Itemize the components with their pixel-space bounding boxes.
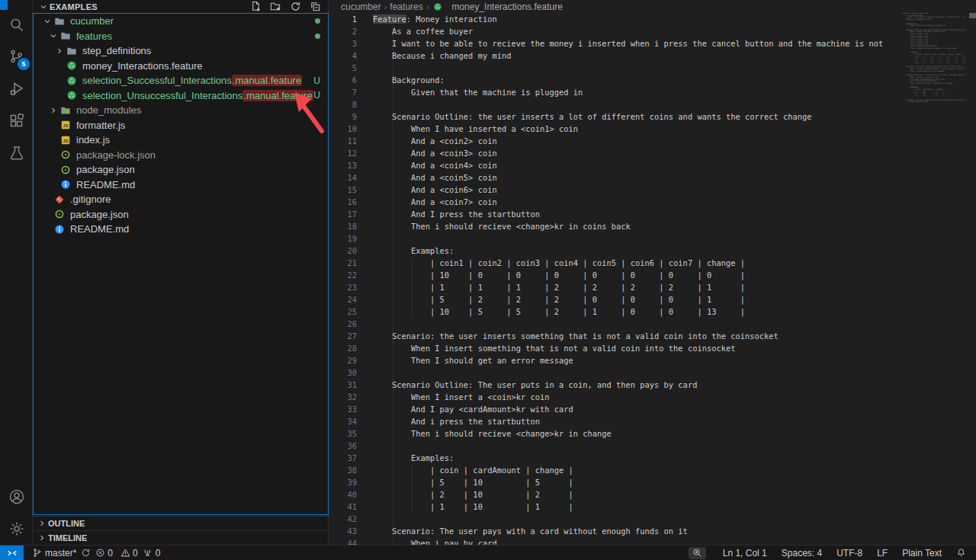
editor-line[interactable]: 13 And a <coin4> coin [329,159,976,171]
accounts-icon[interactable] [0,481,33,513]
tree-item-package-json[interactable]: package.json [34,162,328,178]
chevron-down-icon[interactable] [41,15,53,27]
editor-line[interactable]: 15 And a <coin6> coin [329,184,976,196]
breadcrumb-file[interactable]: money_Interactions.feature [432,1,562,13]
editor-line[interactable]: 1Feature: Money interaction [329,13,976,25]
new-file-icon[interactable] [249,0,262,14]
editor-line[interactable]: 33 And I pay <cardAmount>kr with card [329,403,976,415]
editor-line[interactable]: 19 [329,232,976,245]
eol-status[interactable]: LF [875,546,890,560]
tree-item-step-definitions[interactable]: step_definitions [34,43,328,59]
line-number: 7 [329,86,373,98]
sync-button[interactable] [79,546,93,560]
minimap[interactable]: Feature: Money interaction As a coffee b… [902,13,965,545]
editor-line[interactable]: 31 Scenario Outline: The user puts in a … [329,379,976,391]
search-icon[interactable] [0,9,33,41]
editor-line[interactable]: 3 I want to be able to recieve the money… [329,37,976,50]
editor-line[interactable]: 8 [329,98,976,110]
editor-line[interactable]: 17 And I press the startbutton [329,208,976,220]
notifications-button[interactable] [954,546,968,560]
tree-item-node-modules[interactable]: node_modules [34,103,328,118]
line-text: Given that the machine is plugged in [373,86,583,98]
timeline-section-header[interactable]: TIMELINE [33,530,329,545]
outline-section-header[interactable]: OUTLINE [33,516,329,530]
remote-indicator[interactable] [0,546,24,560]
editor-line[interactable]: 2 As a coffee buyer [329,25,976,37]
new-folder-icon[interactable] [268,0,282,14]
tree-item-cucumber[interactable]: cucumber [34,14,328,29]
editor-line[interactable]: 6 Background: [329,74,976,86]
chevron-right-icon[interactable] [53,45,66,57]
tree-item-money-interactions-feature[interactable]: money_Interactions.feature [34,59,328,74]
editor-line[interactable]: 41 | 1 | 10 | 1 | [329,501,976,513]
editor-scrollbar[interactable] [965,13,976,545]
git-branch-status[interactable]: master* [30,546,79,560]
tree-item-package-json[interactable]: package.json [34,207,328,222]
editor-line[interactable]: 21 | coin1 | coin2 | coin3 | coin4 | coi… [329,257,976,269]
editor-line[interactable]: 10 When I have inserted a <coin1> coin [329,123,976,135]
editor-line[interactable]: 44 When i pay by card [329,537,976,545]
indentation-status[interactable]: Spaces: 4 [779,546,824,560]
language-mode[interactable]: Plain Text [900,546,944,560]
editor-line[interactable]: 25 | 10 | 5 | 5 | 2 | 1 | 0 | 0 | 13 | [329,306,976,318]
editor-line[interactable]: 4 Because i changed my mind [329,50,976,62]
editor-line[interactable]: 42 [329,513,976,525]
tree-item-readme-md[interactable]: README.md [34,222,328,237]
editor-line[interactable]: 22 | 10 | 0 | 0 | 0 | 0 | 0 | 0 | 0 | [329,269,976,281]
breadcrumb-folder[interactable]: cucumber [341,2,381,12]
editor-line[interactable]: 24 | 5 | 2 | 2 | 2 | 0 | 0 | 0 | 1 | [329,293,976,306]
editor-line[interactable]: 5 [329,62,976,74]
editor-line[interactable]: 14 And a <coin5> coin [329,171,976,184]
source-control-icon[interactable]: 5 [0,41,33,73]
editor-line[interactable]: 7 Given that the machine is plugged in [329,86,976,98]
tree-item-readme-md[interactable]: README.md [34,178,328,193]
editor-line[interactable]: 32 When I insert a <coin>kr coin [329,391,976,403]
editor-line[interactable]: 27 Scenario: the user inserts something … [329,330,976,342]
tree-item-selection-successful-interactions[interactable]: selection_Successful_Interactions.manual… [34,73,328,88]
editor-line[interactable]: 16 And a <coin7> coin [329,196,976,208]
ports-status[interactable]: 0 [140,546,163,560]
tree-item-selection-unsuccessful-interactions[interactable]: selection_Unsuccessful_Interactions.manu… [34,88,328,104]
tree-item-features[interactable]: features [34,29,328,44]
editor-line[interactable]: 28 When I insert something that is not a… [329,342,976,354]
extensions-icon[interactable] [0,105,33,137]
testing-icon[interactable] [0,137,33,169]
explorer-header[interactable]: EXAMPLES [33,0,328,13]
editor-line[interactable]: 30 [329,366,976,379]
run-and-debug-icon[interactable] [0,73,33,105]
encoding-status[interactable]: UTF-8 [834,546,865,560]
refresh-icon[interactable] [288,0,302,14]
problems-status[interactable]: 0 0 [93,546,140,560]
editor-line[interactable]: 36 [329,440,976,452]
editor-line[interactable]: 20 Examples: [329,245,976,257]
code-area[interactable]: 1Feature: Money interaction2 As a coffee… [329,13,976,545]
editor-line[interactable]: 23 | 1 | 1 | 1 | 2 | 2 | 2 | 2 | 1 | [329,281,976,293]
chevron-right-icon[interactable] [47,104,59,117]
editor-line[interactable]: 11 And a <coin2> coin [329,135,976,147]
editor-line[interactable]: 12 And a <coin3> coin [329,147,976,159]
javascript-file-icon: JS [60,120,71,130]
cursor-position[interactable]: Ln 1, Col 1 [721,546,769,560]
tree-item-package-lock-json[interactable]: package-lock.json [34,148,328,163]
breadcrumb-folder[interactable]: features [390,2,422,12]
editor-line[interactable]: 26 [329,318,976,330]
editor-line[interactable]: 18 Then i should recieve <change>kr in c… [329,220,976,232]
chevron-down-icon[interactable] [47,30,59,42]
editor-line[interactable]: 38 | coin | cardAmount | change | [329,464,976,476]
tree-item-index-js[interactable]: JSindex.js [34,133,328,148]
collapse-folders-icon[interactable] [308,0,322,14]
editor-line[interactable]: 9 Scenario Outline: the user inserts a l… [329,110,976,123]
breadcrumb[interactable]: cucumber › features › money_Interactions… [329,0,976,13]
editor-line[interactable]: 29 Then I should get an error message [329,354,976,366]
editor-line[interactable]: 40 | 2 | 10 | 2 | [329,488,976,501]
editor-line[interactable]: 43 Scenario: The user pays with a card w… [329,525,976,537]
editor-line[interactable]: 37 Examples: [329,452,976,464]
editor-line[interactable]: 34 And i press the startbutton [329,415,976,427]
screencast-zoom-button[interactable] [689,547,706,559]
manage-gear-icon[interactable] [0,513,33,545]
editor-line[interactable]: 35 Then i should recieve <change>kr in c… [329,427,976,440]
line-text: When I insert a <coin>kr coin [373,391,549,403]
tree-item-formatter-js[interactable]: JSformatter.js [34,118,328,133]
editor-line[interactable]: 39 | 5 | 10 | 5 | [329,476,976,488]
tree-item--gitignore[interactable]: .gitignore [34,192,328,207]
